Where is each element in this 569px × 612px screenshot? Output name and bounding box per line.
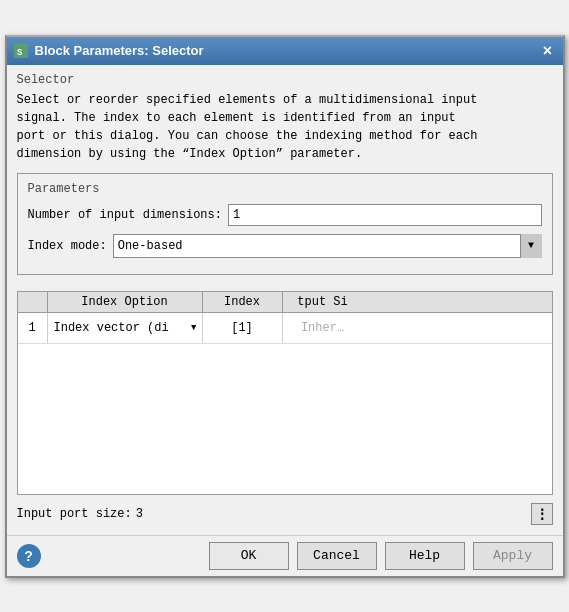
input-port-row: Input port size: 3 ⋮	[7, 503, 563, 525]
index-mode-label: Index mode:	[28, 239, 107, 253]
svg-text:S: S	[17, 48, 23, 58]
content-area: Selector Select or reorder specified ele…	[7, 65, 563, 291]
index-mode-row: Index mode: One-based Zero-based ▼	[28, 234, 542, 258]
row-1-index-option-wrapper: Index vector (di Starting index (s Index…	[52, 316, 198, 340]
help-icon-button[interactable]: ?	[17, 544, 41, 568]
description-text: Select or reorder specified elements of …	[17, 91, 553, 163]
col-header-tput-si: tput Si	[283, 292, 363, 312]
block-parameters-window: S Block Parameters: Selector × Selector …	[5, 35, 565, 578]
close-button[interactable]: ×	[539, 42, 557, 60]
col-header-index-option: Index Option	[48, 292, 203, 312]
input-port-left: Input port size: 3	[17, 507, 143, 521]
index-table: Index Option Index tput Si 1 Index vecto…	[17, 291, 553, 495]
title-bar: S Block Parameters: Selector ×	[7, 37, 563, 65]
num-input-dims-label: Number of input dimensions:	[28, 208, 222, 222]
row-1-num: 1	[18, 313, 48, 343]
row-1-index-input[interactable]	[207, 317, 278, 339]
table-header: Index Option Index tput Si	[18, 292, 552, 313]
index-mode-select-wrapper: One-based Zero-based ▼	[113, 234, 542, 258]
index-mode-select[interactable]: One-based Zero-based	[113, 234, 542, 258]
table-row: 1 Index vector (di Starting index (s Ind…	[18, 313, 552, 344]
parameters-section: Parameters Number of input dimensions: I…	[17, 173, 553, 275]
ok-button[interactable]: OK	[209, 542, 289, 570]
input-port-value: 3	[136, 507, 143, 521]
apply-button[interactable]: Apply	[473, 542, 553, 570]
row-1-index-option: Index vector (di Starting index (s Index…	[48, 313, 203, 343]
num-input-dims-row: Number of input dimensions:	[28, 204, 542, 226]
help-button[interactable]: Help	[385, 542, 465, 570]
cancel-button[interactable]: Cancel	[297, 542, 377, 570]
row-1-index-option-select[interactable]: Index vector (di Starting index (s Index…	[52, 316, 198, 340]
bottom-bar: ? OK Cancel Help Apply	[7, 535, 563, 576]
col-header-index: Index	[203, 292, 283, 312]
row-1-tput-si: Inher…	[283, 313, 363, 343]
params-label: Parameters	[28, 182, 542, 196]
input-port-label: Input port size:	[17, 507, 132, 521]
three-dots-button[interactable]: ⋮	[531, 503, 553, 525]
selector-section-label: Selector	[17, 73, 553, 87]
row-1-index	[203, 313, 283, 343]
col-header-num	[18, 292, 48, 312]
window-icon: S	[13, 43, 29, 59]
title-bar-label: Block Parameters: Selector	[35, 43, 533, 58]
table-empty-area	[18, 344, 552, 494]
num-input-dims-input[interactable]	[228, 204, 542, 226]
